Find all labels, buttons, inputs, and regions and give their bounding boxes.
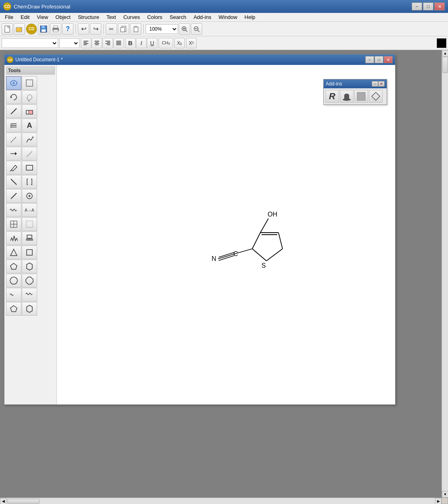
italic-button[interactable]: I (136, 38, 147, 48)
help-button[interactable]: ? (62, 23, 73, 35)
redo-button[interactable]: ↪ (90, 23, 101, 35)
tool-dash-bond[interactable] (6, 133, 21, 146)
tool-pentagon2[interactable] (6, 302, 21, 316)
tool-hexagon2[interactable] (22, 302, 37, 316)
zoom-in-button[interactable] (179, 23, 190, 35)
scroll-up-arrow[interactable]: ▲ (442, 50, 448, 56)
menu-colors[interactable]: Colors (144, 13, 166, 21)
addins-tool-diamond[interactable] (369, 90, 383, 103)
bold-button[interactable]: B (125, 38, 136, 48)
canvas-area[interactable]: S OH N C (57, 65, 395, 404)
maximize-button[interactable]: □ (423, 2, 433, 10)
tool-stamp[interactable] (22, 231, 37, 245)
menu-text[interactable]: Text (103, 13, 119, 21)
tool-triangle[interactable] (6, 246, 21, 259)
tool-lasso-dots[interactable] (22, 90, 37, 104)
paste-button[interactable] (130, 23, 141, 35)
tool-wavy-left[interactable] (6, 288, 21, 302)
doc-close-button[interactable]: ✕ (384, 56, 393, 63)
tool-text-resize[interactable]: A→A (22, 203, 37, 217)
scroll-down-arrow[interactable]: ▼ (442, 491, 448, 498)
tool-pen[interactable] (6, 161, 21, 175)
tool-rect[interactable] (22, 161, 37, 175)
tool-wavy-bond[interactable] (22, 133, 37, 146)
tool-dot-grid[interactable] (22, 217, 37, 231)
addins-minimize-button[interactable]: − (372, 81, 378, 87)
align-left-button[interactable] (81, 38, 91, 48)
undo-button[interactable]: ↩ (78, 23, 89, 35)
svg-text:N: N (211, 255, 216, 262)
minimize-button[interactable]: − (412, 2, 422, 10)
scroll-right-arrow[interactable]: ▶ (435, 498, 442, 504)
doc-minimize-button[interactable]: − (365, 56, 374, 63)
horizontal-scroll-thumb[interactable] (7, 499, 40, 504)
tool-hatch[interactable] (6, 119, 21, 132)
menu-addins[interactable]: Add-ins (190, 13, 214, 21)
color-picker[interactable] (437, 38, 446, 48)
cut-button[interactable]: ✂ (106, 23, 117, 35)
tool-wedge-bond[interactable] (22, 147, 37, 160)
menu-edit[interactable]: Edit (17, 13, 33, 21)
align-center-button[interactable] (92, 38, 102, 48)
svg-rect-11 (134, 27, 138, 32)
menu-object[interactable]: Object (52, 13, 74, 21)
cd-button[interactable]: CD (26, 23, 37, 35)
scroll-left-arrow[interactable]: ◀ (0, 498, 6, 504)
menu-curves[interactable]: Curves (120, 13, 143, 21)
align-right-button[interactable] (103, 38, 113, 48)
tool-arrow[interactable] (6, 147, 21, 160)
align-justify-button[interactable] (113, 38, 124, 48)
tool-peaks[interactable] (6, 231, 21, 245)
zoom-out-button[interactable] (191, 23, 202, 35)
tool-line[interactable] (6, 104, 21, 118)
tool-table[interactable] (6, 217, 21, 231)
menu-view[interactable]: View (33, 13, 51, 21)
zoom-select[interactable]: 50% 75% 100% 150% 200% (146, 24, 178, 34)
menu-help[interactable]: Help (241, 13, 259, 21)
print-button[interactable] (50, 23, 61, 35)
horizontal-scrollbar[interactable]: ◀ ▶ (0, 498, 442, 504)
tool-wavy[interactable] (6, 203, 21, 217)
addins-tool-hat[interactable] (340, 90, 354, 103)
tool-diag-bond[interactable] (6, 175, 21, 189)
tool-pentagon[interactable] (6, 260, 21, 273)
font-family-select[interactable] (2, 38, 58, 48)
underline-button[interactable]: U (147, 38, 157, 48)
tool-hexagon[interactable] (22, 260, 37, 273)
addins-close-button[interactable]: ✕ (378, 81, 385, 87)
tool-diag2[interactable] (6, 189, 21, 203)
tool-bracket[interactable] (22, 175, 37, 189)
tool-square[interactable] (22, 246, 37, 259)
addins-tool-gray[interactable] (354, 90, 368, 103)
subscript-button[interactable]: X₂ (174, 38, 185, 48)
document-title-bar: CD Untitled Document-1 * − □ ✕ (4, 54, 395, 65)
menu-structure[interactable]: Structure (75, 13, 103, 21)
tool-text[interactable]: A (22, 119, 37, 132)
svg-rect-0 (5, 26, 10, 32)
superscript-button[interactable]: X² (186, 38, 197, 48)
close-button[interactable]: ✕ (434, 2, 445, 10)
copy-button[interactable] (118, 23, 129, 35)
menu-file[interactable]: File (2, 13, 17, 21)
svg-line-80 (278, 233, 283, 249)
tool-octagon[interactable] (22, 274, 37, 287)
font-size-select[interactable] (59, 38, 80, 48)
tool-select[interactable] (22, 76, 37, 90)
save-button[interactable] (38, 23, 49, 35)
addins-tool-r[interactable]: R (325, 90, 339, 103)
open-button[interactable] (14, 23, 25, 35)
vertical-scroll-thumb[interactable] (442, 57, 448, 73)
vertical-scrollbar[interactable]: ▲ ▼ (442, 50, 448, 498)
menu-search[interactable]: Search (166, 13, 189, 21)
new-button[interactable] (2, 23, 13, 35)
menu-window[interactable]: Window (216, 13, 241, 21)
tools-label: Tools (6, 67, 55, 75)
tool-wavy-right[interactable] (22, 288, 37, 302)
tool-heptagon[interactable] (6, 274, 21, 287)
tool-lasso[interactable] (6, 76, 21, 90)
tool-rotate[interactable] (6, 90, 21, 104)
tool-zoom-add[interactable] (22, 189, 37, 203)
ch2-button[interactable]: CH₂ (159, 38, 173, 48)
doc-maximize-button[interactable]: □ (375, 56, 383, 63)
tool-eraser[interactable] (22, 104, 37, 118)
